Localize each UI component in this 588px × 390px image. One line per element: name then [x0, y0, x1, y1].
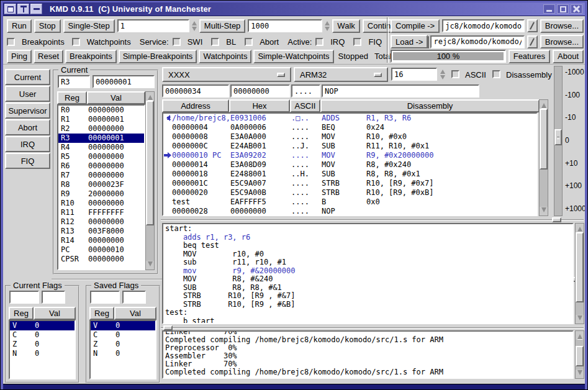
memory-row[interactable]: 0000001CE5C9A007....STRBR10, [R9, #0x7]	[163, 179, 536, 188]
ping-button[interactable]: Ping	[7, 50, 32, 63]
table-row[interactable]: N0	[91, 349, 155, 358]
stop-button[interactable]: Stop	[34, 19, 61, 33]
scroll-track[interactable]	[540, 109, 548, 207]
multi-step-spinner[interactable]	[325, 19, 330, 32]
features-button[interactable]: Features	[509, 50, 550, 63]
table-row[interactable]: R600000000	[58, 161, 144, 171]
memory-disassembly-input[interactable]	[322, 84, 479, 98]
breakpoints-button[interactable]: Breakpoints	[65, 50, 117, 63]
table-row[interactable]: R700000000	[58, 171, 144, 180]
console-scrollbar[interactable]	[575, 330, 584, 379]
shade-icon[interactable]	[30, 4, 42, 14]
multi-step-button[interactable]: Multi-Step	[199, 19, 246, 33]
mode-button-supervisor[interactable]: Supervisor	[5, 102, 50, 119]
scroll-down-arrow[interactable]	[576, 370, 584, 378]
mode-button-current[interactable]: Current	[5, 69, 50, 85]
about-button[interactable]: About	[553, 50, 584, 63]
load-browse-button[interactable]: Browse...	[540, 35, 584, 48]
current-flag-value-input[interactable]	[42, 291, 65, 304]
source-pane-sash[interactable]	[161, 325, 584, 330]
table-row[interactable]: R200000000	[58, 124, 144, 134]
reg-column-header[interactable]: Reg	[9, 307, 34, 320]
table-row[interactable]: R500000000	[58, 152, 144, 161]
single-step-button[interactable]: Single-Step	[63, 19, 115, 33]
load-button[interactable]: Load ->	[391, 35, 428, 48]
step-count-spinner[interactable]	[192, 19, 197, 32]
memory-row[interactable]: 00000018E2488001..H.SUBR8, R8, #0x1	[163, 170, 536, 179]
multi-step-count-input[interactable]	[248, 19, 322, 32]
slider-handle[interactable]	[554, 129, 562, 145]
scroll-down-arrow[interactable]	[576, 315, 584, 324]
register-value-input[interactable]	[93, 75, 155, 88]
memory-row[interactable]: 00000020E5C9A00B....STRBR10, [R9, #0xB]	[163, 188, 536, 197]
load-path-input[interactable]	[430, 35, 524, 48]
window-menu-icon[interactable]	[4, 4, 16, 14]
table-row[interactable]: R1400000000	[58, 236, 144, 245]
compile-browse-button[interactable]: Browse...	[540, 19, 584, 33]
memory-row[interactable]: 00000014E3A08D09....MOVR8, #0x240	[163, 160, 536, 170]
irq-checkbox[interactable]	[315, 38, 323, 46]
close-button[interactable]	[571, 4, 582, 14]
memory-count-spinner[interactable]	[438, 68, 446, 81]
mode-button-fiq[interactable]: FIQ	[5, 153, 50, 169]
current-flag-name-input[interactable]	[9, 291, 39, 304]
watchpoints-checkbox[interactable]	[72, 38, 80, 46]
table-row[interactable]: V0	[10, 321, 75, 330]
table-row[interactable]: Z0	[91, 340, 155, 349]
simple-watchpoints-button[interactable]: Simple-Watchpoints	[253, 50, 333, 63]
maximize-button[interactable]	[557, 4, 569, 14]
disassembly-checkbox[interactable]	[492, 70, 500, 78]
breakpoints-checkbox[interactable]	[7, 38, 15, 46]
table-row[interactable]: Z0	[10, 340, 75, 349]
disassembly-column-header[interactable]: Disassembly	[320, 99, 540, 112]
ascii-column-header[interactable]: ASCII	[290, 99, 320, 112]
register-name-input[interactable]	[58, 75, 90, 88]
memory-row[interactable]: 000000040A000006....BEQ0x24	[163, 123, 536, 132]
memory-row[interactable]: testEAFFFFF5....B0x0	[163, 197, 536, 207]
scroll-speed-slider[interactable]	[554, 66, 563, 216]
ascii-checkbox[interactable]	[451, 70, 459, 78]
mode-button-user[interactable]: User	[5, 86, 50, 102]
scroll-track[interactable]	[576, 340, 584, 370]
compile-button[interactable]: Compile ->	[391, 19, 440, 33]
table-row[interactable]: R80000023F	[58, 180, 144, 189]
compile-path-input[interactable]	[442, 19, 525, 32]
scroll-up-arrow[interactable]	[576, 331, 584, 340]
scroll-track[interactable]	[146, 101, 154, 261]
run-button[interactable]: Run	[7, 19, 32, 33]
bl-checkbox[interactable]	[211, 38, 219, 46]
fiq-checkbox[interactable]	[353, 38, 361, 46]
arch-combo[interactable]: ARM32	[294, 67, 388, 82]
scroll-track[interactable]	[576, 232, 584, 315]
memory-count-input[interactable]	[391, 68, 437, 81]
source-view[interactable]: start: adds r1, r3, r6 beq test MOV r10,…	[162, 223, 574, 324]
table-row[interactable]: C0	[10, 330, 75, 340]
table-row[interactable]: R000000000	[58, 106, 144, 115]
scroll-thumb[interactable]	[540, 109, 548, 170]
scroll-down-arrow[interactable]	[540, 207, 548, 215]
console-view[interactable]: Linker 70%Completed compiling /home/brej…	[162, 330, 574, 379]
memory-row[interactable]: 0000000CE24AB001..J.SUBR11, R10, #0x1	[163, 142, 536, 151]
memory-address-input[interactable]	[162, 84, 229, 98]
hex-column-header[interactable]: Hex	[229, 99, 290, 112]
memory-view-combo[interactable]: XXXX	[162, 67, 291, 82]
val-column-header[interactable]: Val	[34, 307, 76, 320]
sash-handle[interactable]	[163, 325, 173, 330]
scroll-thumb[interactable]	[576, 232, 584, 302]
scroll-down-arrow[interactable]	[146, 261, 154, 270]
address-column-header[interactable]: Address	[162, 99, 229, 112]
reset-button[interactable]: Reset	[34, 50, 63, 63]
val-column-header[interactable]: Val	[114, 307, 156, 320]
memory-row[interactable]: /home/brejc8,E0931006.□..ADDSR1, R3, R6	[163, 114, 536, 123]
pin-icon[interactable]	[17, 4, 29, 14]
reg-column-header[interactable]: Reg	[57, 91, 87, 104]
table-row[interactable]: PC00000010	[58, 245, 144, 255]
step-count-input[interactable]	[117, 19, 189, 32]
memory-row[interactable]: 0000002800000000....NOP	[163, 207, 536, 216]
scroll-up-arrow[interactable]	[576, 224, 584, 232]
memory-row[interactable]: 00000010 PCE3A09202....MOVR9, #0x2000000…	[163, 151, 536, 160]
source-scrollbar[interactable]	[575, 223, 584, 324]
table-row[interactable]: CPSR00000000	[58, 255, 144, 264]
memory-scrollbar[interactable]	[539, 99, 548, 216]
table-row[interactable]: C0	[91, 330, 155, 340]
